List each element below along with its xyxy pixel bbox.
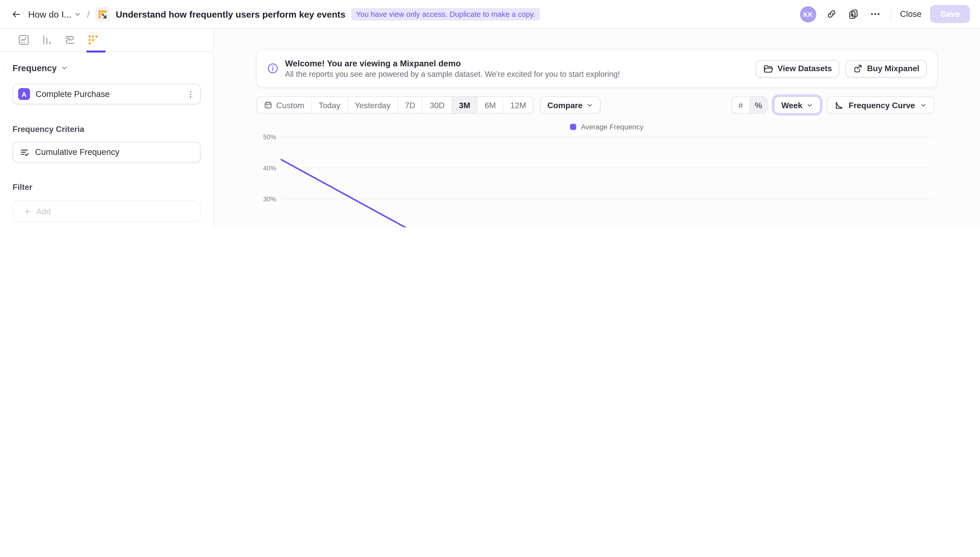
event-badge: A	[18, 88, 30, 100]
absolute-numbers-toggle[interactable]: #	[732, 97, 750, 113]
chevron-down-icon	[586, 101, 593, 108]
tab-frequency[interactable]	[87, 34, 99, 46]
mixpanel-frequency-report: How do I... / Understand how frequently …	[0, 0, 980, 227]
kebab-menu-icon[interactable]	[186, 90, 195, 98]
copy-link-button[interactable]	[825, 7, 838, 20]
calendar-icon	[264, 101, 272, 109]
frequency-criteria-select[interactable]: Cumulative Frequency	[13, 142, 200, 163]
banner-title: Welcome! You are viewing a Mixpanel demo	[285, 59, 750, 68]
tab-flows[interactable]	[64, 34, 76, 46]
copy-add-icon	[848, 9, 859, 20]
bars-icon	[41, 34, 53, 46]
legend-swatch	[570, 124, 576, 130]
active-tab-indicator	[86, 50, 106, 52]
top-bar: How do I... / Understand how frequently …	[0, 0, 980, 29]
avatar[interactable]: KK	[800, 6, 816, 22]
svg-text:40%: 40%	[263, 164, 276, 172]
list-check-icon	[20, 147, 29, 157]
insights-icon	[18, 34, 30, 46]
date-option-30d[interactable]: 30D	[423, 97, 452, 113]
tab-insights[interactable]	[18, 34, 30, 46]
buy-mixpanel-label: Buy Mixpanel	[867, 64, 919, 73]
frequency-curve-icon	[834, 100, 844, 110]
external-link-icon	[853, 64, 863, 73]
compare-label: Compare	[547, 100, 583, 110]
legend-label: Average Frequency	[581, 123, 643, 130]
view-datasets-button[interactable]: View Datasets	[756, 60, 840, 77]
date-option-12m[interactable]: 12M	[503, 97, 533, 113]
back-arrow-icon	[11, 9, 21, 19]
breadcrumb[interactable]: How do I...	[28, 9, 81, 19]
frequency-icon	[87, 34, 99, 46]
chevron-down-icon	[60, 64, 68, 72]
chart-type-dropdown[interactable]: Frequency Curve	[827, 96, 934, 114]
save-button[interactable]: Save	[930, 5, 970, 23]
chevron-down-icon	[806, 101, 813, 108]
filter-label: Filter	[13, 182, 200, 192]
add-filter-button[interactable]: Add	[13, 200, 200, 222]
event-row-complete-purchase[interactable]: A Complete Purchase	[13, 84, 200, 104]
plus-icon	[23, 207, 31, 215]
date-option-3m[interactable]: 3M	[452, 97, 478, 113]
view-only-pill[interactable]: You have view only access. Duplicate to …	[351, 8, 540, 20]
folder-icon	[763, 64, 773, 73]
more-options-button[interactable]	[869, 7, 882, 20]
banner-subtitle: All the reports you see are powered by a…	[285, 70, 750, 78]
report-tabs	[0, 29, 213, 52]
svg-text:20%: 20%	[263, 226, 276, 227]
svg-text:50%: 50%	[263, 134, 276, 141]
divider	[890, 7, 891, 21]
date-option-today[interactable]: Today	[312, 97, 348, 113]
number-percent-toggle: # %	[731, 96, 767, 114]
breadcrumb-label: How do I...	[28, 9, 72, 19]
chevron-down-icon	[920, 101, 927, 108]
breadcrumb-separator: /	[87, 9, 90, 19]
sidebar: Frequency A Complete Purchase Frequency …	[0, 29, 214, 227]
frequency-report-icon	[95, 7, 110, 22]
interval-value: Week	[781, 100, 803, 110]
date-option-7d[interactable]: 7D	[398, 97, 423, 113]
frequency-section-toggle[interactable]: Frequency	[13, 63, 200, 73]
close-button[interactable]: Close	[900, 10, 921, 19]
frequency-section-label: Frequency	[13, 63, 57, 73]
chart-type-value: Frequency Curve	[848, 100, 915, 110]
date-option-yesterday[interactable]: Yesterday	[348, 97, 398, 113]
flows-icon	[64, 34, 76, 46]
info-icon	[267, 62, 279, 75]
date-controls: CustomTodayYesterday7D30D3M6M12M Compare…	[256, 96, 934, 114]
link-icon	[826, 9, 837, 20]
frequency-chart[interactable]: 50%40%30%20%10%0%2 days3 days4 days5 day…	[245, 130, 939, 227]
date-option-custom[interactable]: Custom	[257, 97, 312, 113]
tab-funnels[interactable]	[41, 34, 53, 46]
chart-legend[interactable]: Average Frequency	[281, 123, 933, 130]
page-title: Understand how frequently users perform …	[116, 9, 345, 19]
buy-mixpanel-button[interactable]: Buy Mixpanel	[846, 60, 927, 77]
compare-button[interactable]: Compare	[540, 96, 601, 114]
main-content: Welcome! You are viewing a Mixpanel demo…	[214, 29, 980, 227]
frequency-criteria-value: Cumulative Frequency	[35, 148, 119, 157]
date-range-segmented: CustomTodayYesterday7D30D3M6M12M	[256, 96, 534, 114]
svg-text:30%: 30%	[263, 195, 276, 203]
frequency-criteria-label: Frequency Criteria	[13, 124, 200, 134]
chevron-down-icon	[74, 10, 81, 18]
event-name: Complete Purchase	[36, 89, 181, 99]
duplicate-button[interactable]	[847, 7, 860, 20]
back-button[interactable]	[10, 8, 23, 20]
ellipsis-icon	[870, 9, 881, 20]
demo-banner: Welcome! You are viewing a Mixpanel demo…	[256, 49, 938, 87]
interval-dropdown[interactable]: Week	[774, 96, 820, 114]
percent-toggle[interactable]: %	[749, 97, 767, 113]
add-filter-label: Add	[36, 207, 51, 216]
view-datasets-label: View Datasets	[778, 64, 832, 73]
date-option-6m[interactable]: 6M	[478, 97, 503, 113]
